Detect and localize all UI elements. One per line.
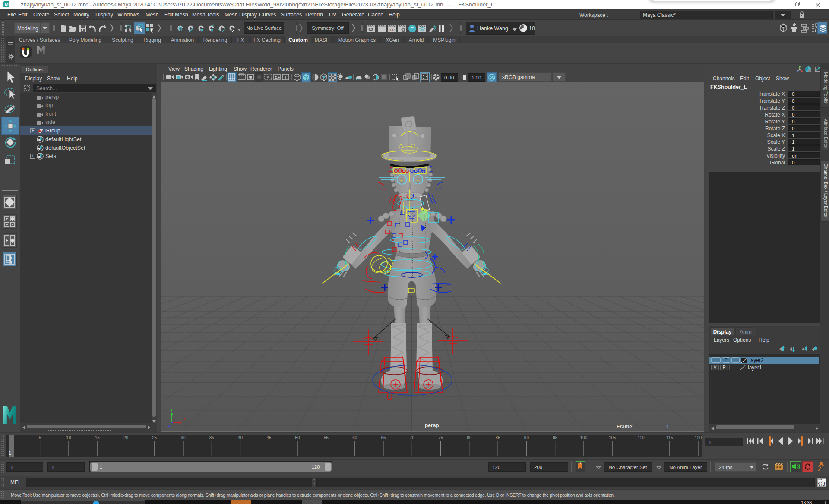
svg-text:80: 80 [467,435,472,440]
svg-text:50: 50 [295,435,301,440]
svg-text:15: 15 [95,435,100,440]
svg-text:120: 120 [695,435,702,440]
svg-text:115: 115 [666,435,673,440]
svg-text:40: 40 [238,435,243,440]
svg-text:IPR: IPR [389,28,395,32]
svg-text:70: 70 [410,435,415,440]
svg-text:x: x [183,416,186,421]
svg-text:90: 90 [524,435,529,440]
svg-text:10: 10 [66,435,71,440]
svg-text:Frame:: Frame: [617,424,634,430]
svg-text:25: 25 [152,435,157,440]
svg-text:y: y [170,407,173,412]
svg-text:55: 55 [324,435,329,440]
svg-text:20: 20 [123,435,129,440]
svg-text:105: 105 [609,435,616,440]
svg-text:{;}: {;} [818,482,826,486]
svg-text:65: 65 [381,435,386,440]
svg-text:45: 45 [266,435,272,440]
svg-text:110: 110 [638,435,645,440]
svg-text:35: 35 [209,435,215,440]
svg-text:5: 5 [39,435,41,440]
svg-text:ON: ON [490,76,494,79]
svg-text:75: 75 [438,435,443,440]
svg-text:60: 60 [352,435,358,440]
svg-text:z: z [168,423,171,428]
svg-text:T: T [284,75,287,80]
svg-text:85: 85 [496,435,501,440]
svg-text:persp: persp [425,422,439,428]
svg-text:30: 30 [180,435,186,440]
svg-text:1: 1 [666,424,669,430]
svg-text:100: 100 [580,435,588,440]
svg-text:95: 95 [553,435,558,440]
